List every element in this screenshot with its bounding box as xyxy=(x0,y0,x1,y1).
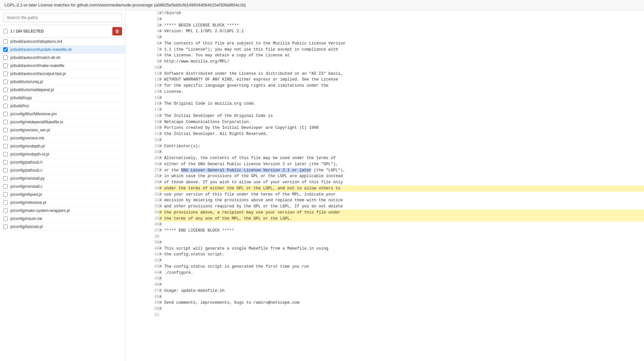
file-checkbox[interactable] xyxy=(3,224,8,229)
code-row: 11# Software distributed under the Licen… xyxy=(126,71,644,77)
code-row: 10# xyxy=(126,65,644,71)
code-line: # Netscape Communications Corporation. xyxy=(159,119,644,125)
line-number: 16 xyxy=(126,101,159,107)
file-item[interactable]: js/config/Moz/Milestone.pm xyxy=(0,110,125,118)
file-path-label: js/config/insure.mk xyxy=(10,216,42,221)
file-path-label: js/build/hcc xyxy=(10,104,29,108)
file-item[interactable]: js/build/autoconf/make-makefile xyxy=(0,62,125,70)
file-checkbox[interactable] xyxy=(3,208,8,213)
line-number: 18 xyxy=(126,113,159,119)
file-item[interactable]: js/config/pathsub.h xyxy=(0,158,125,166)
line-number: 36 xyxy=(126,222,159,228)
delete-button[interactable]: 🗑 xyxy=(112,27,122,35)
code-line: # Version: MPL 1.1/GPL 2.0/LGPL 2.1 xyxy=(159,28,644,34)
file-item[interactable]: js/config/nsinstall.c xyxy=(0,183,125,191)
line-number: 39 xyxy=(126,240,159,246)
line-number: 17 xyxy=(126,107,159,113)
code-line: # xyxy=(159,95,644,101)
file-item[interactable]: js/config/nfspwd.pl xyxy=(0,191,125,199)
code-line: # The Initial Developer of the Original … xyxy=(159,113,644,119)
file-item[interactable]: js/config/version_win.pl xyxy=(0,126,125,134)
line-number: 51 xyxy=(126,312,159,318)
file-path-label: js/config/nsinstall.py xyxy=(10,176,45,181)
file-item[interactable]: js/build/autoconf/update-makefile.sh xyxy=(0,46,125,54)
file-checkbox[interactable] xyxy=(3,128,8,132)
file-path-label: js/config/milestone.pl xyxy=(10,200,46,205)
file-checkbox[interactable] xyxy=(3,104,8,108)
code-line: # xyxy=(159,258,644,264)
file-item[interactable]: js/config/revdepth-nt.pl xyxy=(0,150,125,158)
file-checkbox[interactable] xyxy=(3,160,8,165)
code-row: 36# xyxy=(126,222,644,228)
code-row: 13# for the specific language governing … xyxy=(126,83,644,89)
file-item[interactable]: js/config/mkdepend/Makefile.in xyxy=(0,118,125,126)
select-all-checkbox[interactable] xyxy=(3,29,8,33)
file-checkbox[interactable] xyxy=(3,200,8,205)
code-row: 25# Alternatively, the contents of this … xyxy=(126,155,644,161)
line-number: 12 xyxy=(126,77,159,83)
file-item[interactable]: js/build/hcpp xyxy=(0,94,125,102)
file-item[interactable]: js/config/insure.mk xyxy=(0,215,125,223)
file-item[interactable]: js/build/unix/uniq.pl xyxy=(0,78,125,86)
code-row: 8# the License. You may obtain a copy of… xyxy=(126,52,644,59)
file-path-label: js/build/autoconf/match-dir.sh xyxy=(10,55,60,60)
code-line xyxy=(159,234,644,240)
line-number: 40 xyxy=(126,246,159,252)
file-path-label: js/config/make-system-wrappers.pl xyxy=(10,208,70,213)
code-row: 33# and other provisions required by the… xyxy=(126,204,644,210)
code-line: # xyxy=(159,276,644,282)
file-checkbox[interactable] xyxy=(3,71,8,76)
code-row: 43# The config.status script is generate… xyxy=(126,264,644,270)
file-item[interactable]: js/build/unix/mddepend.pl xyxy=(0,86,125,94)
code-line: # xyxy=(159,65,644,71)
file-item[interactable]: js/config/milestone.pl xyxy=(0,199,125,207)
file-item[interactable]: js/config/pathsub.c xyxy=(0,166,125,175)
file-path-label: js/config/version.mk xyxy=(10,136,44,140)
file-item[interactable]: js/config/revdepth.pl xyxy=(0,142,125,150)
file-checkbox[interactable] xyxy=(3,112,8,116)
file-checkbox[interactable] xyxy=(3,63,8,68)
file-checkbox[interactable] xyxy=(3,144,8,148)
file-path-label: js/config/mkdepend/Makefile.in xyxy=(10,120,63,124)
file-checkbox[interactable] xyxy=(3,168,8,173)
file-item[interactable]: js/config/make-system-wrappers.pl xyxy=(0,207,125,215)
file-checkbox[interactable] xyxy=(3,216,8,221)
code-line: # xyxy=(159,306,644,312)
line-number: 45 xyxy=(126,276,159,282)
code-view[interactable]: 1#!/bin/sh2#3# ***** BEGIN LICENSE BLOCK… xyxy=(126,10,644,361)
file-item[interactable]: js/config/fastcwd.pl xyxy=(0,223,125,231)
code-line: # License. xyxy=(159,89,644,95)
code-line: # xyxy=(159,294,644,300)
search-input[interactable] xyxy=(3,13,122,22)
file-item[interactable]: js/config/nsinstall.py xyxy=(0,175,125,183)
file-checkbox[interactable] xyxy=(3,136,8,140)
file-checkbox[interactable] xyxy=(3,39,8,44)
file-item[interactable]: js/build/hcc xyxy=(0,102,125,110)
code-row: 14# License. xyxy=(126,89,644,95)
line-number: 30 xyxy=(126,185,159,192)
code-row: 7# 1.1 (the "License"); you may not use … xyxy=(126,47,644,53)
line-number: 3 xyxy=(126,23,159,29)
file-checkbox[interactable] xyxy=(3,184,8,189)
file-item[interactable]: js/build/autoconf/acoutput-fast.pl xyxy=(0,70,125,78)
file-item[interactable]: js/build/autoconf/altoptions.m4 xyxy=(0,38,125,46)
line-number: 8 xyxy=(126,52,159,59)
file-checkbox[interactable] xyxy=(3,96,8,100)
file-checkbox[interactable] xyxy=(3,176,8,181)
file-item[interactable]: js/build/autoconf/match-dir.sh xyxy=(0,54,125,62)
line-number: 2 xyxy=(126,16,159,23)
file-item[interactable]: js/config/version.mk xyxy=(0,134,125,142)
file-checkbox[interactable] xyxy=(3,80,8,84)
code-line: # The contents of this file are subject … xyxy=(159,41,644,47)
code-line: # Usage: update-makefile.sh xyxy=(159,288,644,294)
file-checkbox[interactable] xyxy=(3,192,8,197)
file-checkbox[interactable] xyxy=(3,120,8,124)
code-line: # decision by deleting the provisions ab… xyxy=(159,197,644,204)
file-checkbox[interactable] xyxy=(3,88,8,92)
file-checkbox[interactable] xyxy=(3,152,8,157)
code-line: # the Initial Developer. All Rights Rese… xyxy=(159,131,644,137)
code-line: # and other provisions required by the G… xyxy=(159,204,644,210)
file-checkbox[interactable] xyxy=(3,47,8,52)
file-checkbox[interactable] xyxy=(3,55,8,60)
code-line: # Contributor(s): xyxy=(159,143,644,149)
